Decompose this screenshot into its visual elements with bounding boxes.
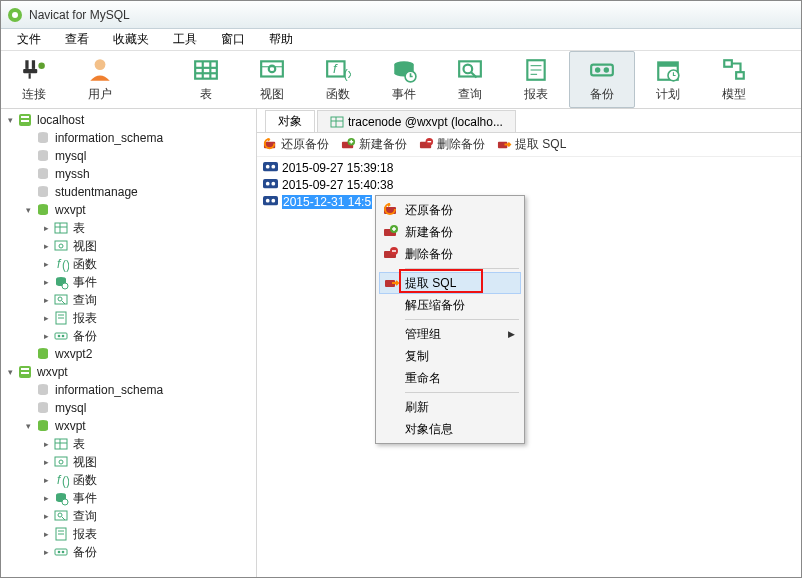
expand-icon[interactable]: ▸ (41, 475, 51, 485)
tree-node-label: wxvpt2 (55, 347, 92, 361)
tree-node[interactable]: ▸表 (1, 219, 256, 237)
toolbar-query[interactable]: 查询 (437, 51, 503, 108)
ctx-restore[interactable]: 还原备份 (379, 199, 521, 221)
menu-window[interactable]: 窗口 (209, 29, 257, 50)
expand-icon[interactable]: ▸ (41, 493, 51, 503)
expand-icon[interactable]: ▸ (41, 259, 51, 269)
expand-icon[interactable]: ▸ (41, 277, 51, 287)
tree-node[interactable]: wxvpt2 (1, 345, 256, 363)
ctx-object-info[interactable]: 对象信息 (379, 418, 521, 440)
backup-list[interactable]: 2015-09-27 15:39:182015-09-27 15:40:3820… (257, 157, 801, 577)
ctx-refresh[interactable]: 刷新 (379, 396, 521, 418)
expand-icon[interactable]: ▸ (41, 511, 51, 521)
svg-rect-3 (32, 60, 35, 69)
action-restore[interactable]: 还原备份 (263, 136, 329, 153)
toolbar-backup[interactable]: 备份 (569, 51, 635, 108)
toolbar-view[interactable]: 视图 (239, 51, 305, 108)
tree-node[interactable]: ▾localhost (1, 111, 256, 129)
toolbar-model[interactable]: 模型 (701, 51, 767, 108)
ctx-extract-sql[interactable]: 提取 SQL (379, 272, 521, 294)
ctx-delete[interactable]: 删除备份 (379, 243, 521, 265)
toolbar-user[interactable]: 用户 (67, 51, 133, 108)
backup-item[interactable]: 2015-09-27 15:40:38 (263, 176, 795, 193)
expand-icon[interactable]: ▸ (41, 529, 51, 539)
svg-point-59 (58, 335, 61, 338)
connection-tree[interactable]: ▾localhostinformation_schemamysqlmysshst… (1, 109, 257, 577)
action-new[interactable]: 新建备份 (341, 136, 407, 153)
expand-icon[interactable] (23, 385, 33, 395)
toolbar-table[interactable]: 表 (173, 51, 239, 108)
tree-node[interactable]: myssh (1, 165, 256, 183)
expand-icon[interactable] (23, 349, 33, 359)
tree-node[interactable]: ▸查询 (1, 291, 256, 309)
action-delete[interactable]: 删除备份 (419, 136, 485, 153)
ctx-rename[interactable]: 重命名 (379, 367, 521, 389)
tab-object[interactable]: 对象 (265, 110, 315, 132)
expand-icon[interactable] (23, 403, 33, 413)
action-extract[interactable]: 提取 SQL (497, 136, 566, 153)
svg-rect-12 (261, 61, 283, 76)
backup-item[interactable]: 2015-09-27 15:39:18 (263, 159, 795, 176)
tree-node[interactable]: ▸表 (1, 435, 256, 453)
action-extract-label: 提取 SQL (515, 136, 566, 153)
expand-icon[interactable] (23, 169, 33, 179)
expand-icon[interactable]: ▸ (41, 547, 51, 557)
toolbar-connect[interactable]: 连接 (1, 51, 67, 108)
svg-rect-64 (21, 372, 29, 374)
menu-file[interactable]: 文件 (5, 29, 53, 50)
tree-node[interactable]: ▸f()函数 (1, 471, 256, 489)
tree-node[interactable]: ▸事件 (1, 273, 256, 291)
tree-node[interactable]: ▸f()函数 (1, 255, 256, 273)
expand-icon[interactable] (23, 133, 33, 143)
ctx-copy[interactable]: 复制 (379, 345, 521, 367)
tree-node[interactable]: mysql (1, 147, 256, 165)
expand-icon[interactable]: ▸ (41, 457, 51, 467)
backup-timestamp: 2015-09-27 15:39:18 (282, 161, 393, 175)
expand-icon[interactable] (23, 187, 33, 197)
svg-rect-98 (263, 179, 278, 188)
tree-node[interactable]: ▸事件 (1, 489, 256, 507)
expand-icon[interactable]: ▸ (41, 241, 51, 251)
expand-icon[interactable]: ▸ (41, 295, 51, 305)
tab-tracenode[interactable]: tracenode @wxvpt (localho... (317, 110, 516, 132)
expand-icon[interactable]: ▾ (23, 421, 33, 431)
ctx-decompress[interactable]: 解压缩备份 (379, 294, 521, 316)
expand-icon[interactable] (23, 151, 33, 161)
db-off-icon (35, 184, 51, 200)
tree-node[interactable]: ▾wxvpt (1, 417, 256, 435)
menu-view[interactable]: 查看 (53, 29, 101, 50)
tree-node[interactable]: ▸视图 (1, 237, 256, 255)
toolbar-report[interactable]: 报表 (503, 51, 569, 108)
tree-node[interactable]: ▾wxvpt (1, 201, 256, 219)
tree-node[interactable]: information_schema (1, 129, 256, 147)
tree-node[interactable]: mysql (1, 399, 256, 417)
svg-point-72 (59, 460, 63, 464)
tree-node[interactable]: studentmanage (1, 183, 256, 201)
menu-tools[interactable]: 工具 (161, 29, 209, 50)
expand-icon[interactable]: ▸ (41, 223, 51, 233)
menu-help[interactable]: 帮助 (257, 29, 305, 50)
menu-fav[interactable]: 收藏夹 (101, 29, 161, 50)
toolbar-schedule[interactable]: 计划 (635, 51, 701, 108)
expand-icon[interactable]: ▸ (41, 313, 51, 323)
expand-icon[interactable]: ▸ (41, 331, 51, 341)
tree-node[interactable]: ▸备份 (1, 327, 256, 345)
toolbar-function[interactable]: f(x) 函数 (305, 51, 371, 108)
tree-node[interactable]: ▸备份 (1, 543, 256, 561)
expand-icon[interactable]: ▾ (5, 115, 15, 125)
toolbar-event[interactable]: 事件 (371, 51, 437, 108)
ctx-new[interactable]: 新建备份 (379, 221, 521, 243)
backup-item[interactable]: 2015-12-31 14:5 (263, 193, 795, 210)
expand-icon[interactable]: ▸ (41, 439, 51, 449)
svg-point-76 (62, 499, 68, 505)
func-icon: f() (53, 256, 69, 272)
expand-icon[interactable]: ▾ (5, 367, 15, 377)
ctx-manage-group[interactable]: 管理组 ▶ (379, 323, 521, 345)
tree-node[interactable]: ▸查询 (1, 507, 256, 525)
tree-node[interactable]: ▸报表 (1, 309, 256, 327)
tree-node[interactable]: information_schema (1, 381, 256, 399)
tree-node[interactable]: ▸报表 (1, 525, 256, 543)
expand-icon[interactable]: ▾ (23, 205, 33, 215)
tree-node[interactable]: ▾wxvpt (1, 363, 256, 381)
tree-node[interactable]: ▸视图 (1, 453, 256, 471)
